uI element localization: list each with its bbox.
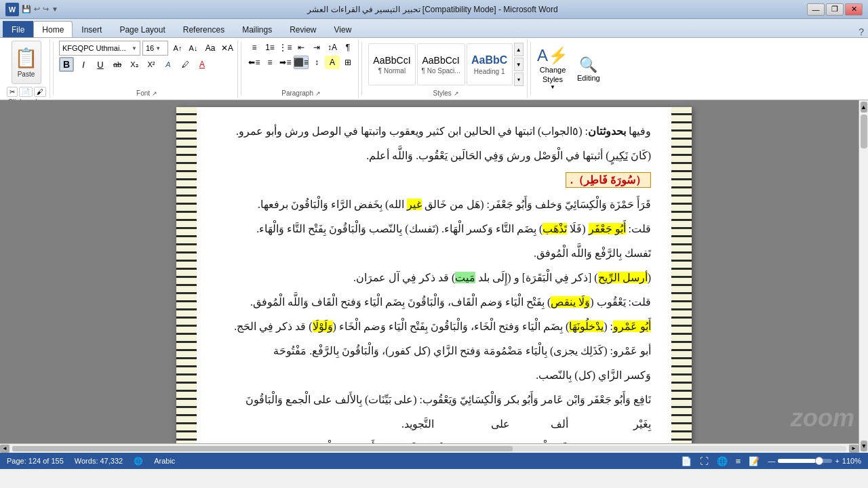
zoom-control: — + 110%	[768, 457, 861, 465]
language-info[interactable]: Arabic	[154, 457, 175, 466]
cut-button[interactable]: ✂	[7, 87, 18, 97]
styles-expand-icon[interactable]: ↗	[454, 90, 459, 97]
tab-page-layout[interactable]: Page Layout	[111, 21, 174, 37]
view-draft[interactable]: 📝	[749, 456, 760, 466]
tab-home[interactable]: Home	[33, 21, 73, 37]
page-info[interactable]: Page: 124 of 155	[7, 457, 64, 466]
decrease-indent-button[interactable]: ⇤	[294, 41, 309, 54]
scroll-up-arrow[interactable]: ▲	[861, 102, 867, 113]
page-border-left	[176, 107, 197, 453]
underline-button[interactable]: U	[93, 57, 108, 72]
vertical-scrollbar[interactable]: ▲ ▼	[859, 100, 868, 453]
align-right-button[interactable]: ➡≡	[278, 56, 293, 69]
font-size-input[interactable]: 16 ▼	[142, 41, 168, 56]
text-highlight-button[interactable]: 🖊	[178, 57, 193, 72]
paste-button[interactable]: 📋 Paste	[12, 41, 41, 84]
quick-save[interactable]: 💾	[22, 5, 31, 14]
styles-group: AaBbCcI ¶ Normal AaBbCcI ¶ No Spaci... A…	[365, 39, 528, 98]
justify-button[interactable]: ⬛≡	[294, 56, 309, 69]
format-painter-button[interactable]: 🖌	[34, 87, 46, 97]
numbering-button[interactable]: 1≡	[262, 41, 277, 54]
style-heading1[interactable]: AaBbC Heading 1	[467, 43, 513, 85]
styles-expand[interactable]: ▾	[514, 73, 524, 86]
restore-button[interactable]: ❐	[826, 3, 844, 16]
ribbon-tabs: File Home Insert Page Layout References …	[0, 19, 868, 38]
bold-button[interactable]: B	[59, 57, 74, 72]
style-no-spacing[interactable]: AaBbCcI ¶ No Spaci...	[417, 43, 465, 85]
text-line-sura: （سُورَةَ فَاطِر）.	[217, 169, 651, 191]
font-group: KFGQPC Uthmai... ▼ 16 ▼ A↑ A↓ Aа ✕A B I …	[56, 39, 238, 98]
status-controls: 📄 ⛶ 🌐 ≡ 📝 — + 110%	[681, 456, 861, 466]
clear-formatting-button[interactable]: ✕A	[220, 41, 235, 56]
tab-mailings[interactable]: Mailings	[233, 21, 281, 37]
styles-scroll-down[interactable]: ▼	[514, 58, 524, 71]
close-button[interactable]: ✕	[845, 3, 863, 16]
font-color-button[interactable]: A	[195, 57, 210, 72]
increase-font-button[interactable]: A↑	[170, 41, 185, 56]
tab-insert[interactable]: Insert	[73, 21, 111, 37]
tab-file[interactable]: File	[3, 21, 33, 37]
strikethrough-button[interactable]: ab	[110, 57, 125, 72]
zoom-level[interactable]: 110%	[842, 457, 861, 465]
editing-button[interactable]: 🔍 Editing	[577, 41, 600, 97]
zoom-slider[interactable]	[778, 459, 832, 463]
copy-button[interactable]: 📄	[19, 87, 33, 97]
align-center-button[interactable]: ≡	[262, 56, 277, 69]
font-name-arrow[interactable]: ▼	[132, 45, 137, 52]
scroll-left-arrow[interactable]: ◄	[0, 445, 9, 453]
tab-review[interactable]: Review	[281, 21, 325, 37]
minimize-button[interactable]: —	[807, 3, 825, 16]
subscript-button[interactable]: X₂	[127, 57, 142, 72]
zoom-slider-thumb[interactable]	[815, 457, 823, 465]
font-size-arrow[interactable]: ▼	[155, 45, 161, 52]
horizontal-scroll-thumb[interactable]	[12, 446, 513, 451]
text-effects-button[interactable]: A	[161, 57, 176, 72]
italic-button[interactable]: I	[76, 57, 91, 72]
view-print-layout[interactable]: 📄	[681, 456, 692, 466]
view-fullscreen[interactable]: ⛶	[700, 456, 709, 466]
view-outline[interactable]: ≡	[736, 456, 741, 466]
styles-scroll-up[interactable]: ▲	[514, 43, 524, 56]
show-marks-button[interactable]: ¶	[340, 41, 355, 54]
quick-redo[interactable]: ↪	[43, 5, 49, 14]
ribbon: 📋 Paste ✂ 📄 🖌 Clipboard ↗ KFGQPC Uthmai.…	[0, 38, 868, 100]
tab-references[interactable]: References	[174, 21, 233, 37]
sort-button[interactable]: ↕A	[325, 41, 340, 54]
text-line-2: (كَانَ نَكِيرٍ) أثبتها في الْوَصْل ورش و…	[217, 145, 651, 167]
zoom-out-button[interactable]: —	[768, 457, 775, 465]
shading-button[interactable]: A	[325, 56, 340, 69]
window-title: تحبير التيسير في القراءات العشر [Compati…	[58, 5, 807, 14]
help-icon[interactable]: ?	[859, 26, 864, 37]
style-heading1-preview: AaBbC	[471, 54, 507, 66]
change-case-button[interactable]: Aа	[203, 41, 218, 56]
scroll-right-arrow[interactable]: ►	[849, 445, 859, 453]
scroll-thumb[interactable]	[861, 115, 867, 148]
word-count[interactable]: Words: 47,332	[75, 457, 123, 466]
align-left-button[interactable]: ⬅≡	[247, 56, 262, 69]
view-web[interactable]: 🌐	[717, 456, 728, 466]
paragraph-expand-icon[interactable]: ↗	[315, 90, 321, 97]
font-expand-icon[interactable]: ↗	[152, 90, 157, 97]
borders-button[interactable]: ⊞	[340, 56, 355, 69]
increase-indent-button[interactable]: ⇥	[309, 41, 324, 54]
style-normal[interactable]: AaBbCcI ¶ Normal	[368, 43, 415, 85]
zoom-in-button[interactable]: +	[835, 457, 839, 465]
text-line-1: وفيها بحدوثتان: (٥الجواب) اتبتها في الحا…	[217, 121, 651, 142]
change-styles-button[interactable]: A⚡ ChangeStyles ▼	[537, 41, 568, 96]
bullets-button[interactable]: ≡	[247, 41, 262, 54]
superscript-button[interactable]: X²	[144, 57, 159, 72]
horizontal-scrollbar[interactable]: ◄ ►	[0, 443, 859, 453]
multilevel-button[interactable]: ⋮≡	[278, 41, 293, 54]
document-page[interactable]: وفيها بحدوثتان: (٥الجواب) اتبتها في الحا…	[176, 107, 692, 453]
scroll-down-arrow[interactable]: ▼	[861, 441, 867, 451]
customize-quick-access[interactable]: ▼	[52, 5, 58, 13]
font-name-input[interactable]: KFGQPC Uthmai... ▼	[59, 41, 140, 56]
tab-view[interactable]: View	[326, 21, 361, 37]
change-styles-arrow[interactable]: ▼	[550, 84, 555, 90]
decrease-font-button[interactable]: A↓	[186, 41, 201, 56]
editing-group: 🔍 Editing	[573, 39, 604, 98]
line-spacing-button[interactable]: ↕	[309, 56, 324, 69]
quick-undo[interactable]: ↩	[34, 5, 40, 14]
document-content[interactable]: وفيها بحدوثتان: (٥الجواب) اتبتها في الحا…	[217, 121, 651, 453]
document-container: وفيها بحدوثتان: (٥الجواب) اتبتها في الحا…	[0, 100, 868, 453]
